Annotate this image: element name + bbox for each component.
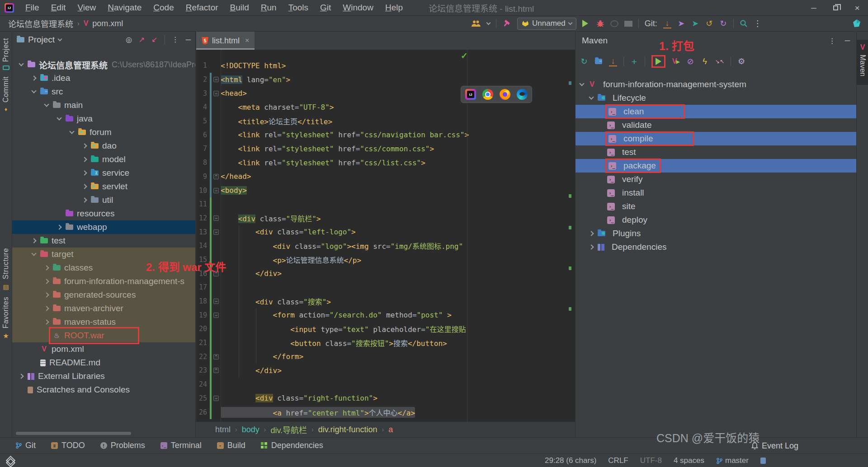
git-rollback-icon[interactable]: ↻ [719,19,727,28]
build-hammer-icon[interactable] [502,19,511,28]
chevron-expanded-icon[interactable] [44,102,49,107]
maven-row-deploy[interactable]: ›_deploy [576,213,856,227]
ide-updates-icon[interactable] [852,19,862,28]
code-line-20[interactable]: 20 <input type="text" placeholder="在这里搜贴 [196,322,575,336]
chevron-collapsed-icon[interactable] [19,374,24,378]
file-encoding[interactable]: UTF-8 [640,456,662,465]
maven-row-package[interactable]: ›_package [576,159,856,173]
inspection-ok-icon[interactable]: ✓ [461,51,468,61]
menu-item-edit[interactable]: Edit [45,0,72,15]
tree-row-resources[interactable]: resources [12,207,195,220]
fold-column[interactable]: ^ [212,368,221,373]
stop-button[interactable] [624,21,632,27]
tool-window-button-problems[interactable]: !Problems [100,441,145,450]
reimport-all-icon[interactable]: ↻ [580,56,588,66]
project-panel-title[interactable]: Project [28,35,55,45]
close-button[interactable]: × [846,0,868,16]
skip-tests-icon[interactable]: ⊘ [686,56,694,66]
tab-close-icon[interactable]: × [245,37,249,45]
code-line-1[interactable]: 1<!DOCTYPE html> [196,59,575,73]
breadcrumb-html[interactable]: html [215,425,231,434]
hide-panel-icon[interactable]: ─ [186,36,191,44]
chevron-collapsed-icon[interactable] [82,143,87,148]
code-line-12[interactable]: 12− <div class="导航栏"> [196,211,575,225]
fold-column[interactable]: − [212,313,221,318]
tool-stripe-maven[interactable]: V Maven [857,40,868,85]
code-line-10[interactable]: 10−<body> [196,183,575,197]
chevron-expanded-icon[interactable] [19,61,24,66]
tree-row-论坛信息管理系统[interactable]: 论坛信息管理系统C:\Users\86187\IdeaProje [12,58,195,71]
tool-window-button-terminal[interactable]: ›_Terminal [160,441,202,450]
menu-item-help[interactable]: Help [379,0,409,15]
code-line-17[interactable]: 17 [196,280,575,294]
tree-row-forum[interactable]: forum [12,126,195,139]
breadcrumb-div.right-function[interactable]: div.right-function [318,425,377,434]
code-line-25[interactable]: 25− <div class="right-function"> [196,392,575,406]
chevron-expanded-icon[interactable] [69,129,74,134]
offline-mode-icon[interactable]: ϟ [701,56,709,66]
fold-column[interactable]: − [212,188,221,193]
run-button[interactable] [582,20,590,27]
readonly-icon[interactable] [760,458,766,464]
menu-item-build[interactable]: Build [224,0,255,15]
chevron-expanded-icon[interactable] [589,94,594,99]
breadcrumb-file[interactable]: pom.xml [92,19,123,28]
code-line-22[interactable]: 22^ </form> [196,350,575,364]
chevron-down-icon[interactable] [486,21,491,25]
tree-row-Scratches-and-Consoles[interactable]: Scratches and Consoles [12,383,195,397]
tree-row-maven-status[interactable]: maven-status [12,315,195,329]
git-update-icon[interactable]: ↓ [663,19,671,28]
code-line-19[interactable]: 19− <form action="/search.do" method="po… [196,308,575,322]
chevron-collapsed-icon[interactable] [44,292,49,297]
collapse-all-icon[interactable]: ↘↖ [715,56,724,66]
code-line-23[interactable]: 23^ </div> [196,364,575,378]
chrome-icon[interactable] [482,89,493,100]
code-line-15[interactable]: 15 <p>论坛管理信息系统</p> [196,253,575,267]
git-history-icon[interactable]: ↺ [705,19,713,28]
chevron-expanded-icon[interactable] [579,81,584,86]
maven-row-Lifecycle[interactable]: Lifecycle [576,91,856,105]
maven-settings-icon[interactable]: ⚙ [737,56,745,66]
maven-row-Plugins[interactable]: Plugins [576,227,856,240]
tree-row-src[interactable]: src [12,85,195,98]
code-line-21[interactable]: 21 <button class="搜索按钮">搜索</button> [196,336,575,350]
code-line-16[interactable]: 16^ </div> [196,266,575,280]
chevron-collapsed-icon[interactable] [82,184,87,189]
horizontal-scrollbar[interactable] [16,432,131,435]
users-icon[interactable] [471,19,481,28]
run-configuration-select[interactable]: Unnamed [517,18,576,30]
chevron-collapsed-icon[interactable] [589,231,594,236]
tool-stripe-favorites[interactable]: Favorites ★ [0,297,12,340]
tree-row-generated-sources[interactable]: generated-sources [12,288,195,302]
code-line-5[interactable]: 5 <title>论坛主页</title> [196,114,575,128]
code-line-8[interactable]: 8 <link rel="stylesheet" href="css/list.… [196,156,575,170]
code-line-14[interactable]: 14 <div class="logo"><img src="img/系统图标.… [196,239,575,253]
maven-row-test[interactable]: ›_test [576,145,856,159]
tree-row-model[interactable]: model [12,153,195,166]
tree-row-External-Libraries[interactable]: External Libraries [12,369,195,383]
tree-row-maven-archiver[interactable]: maven-archiver [12,302,195,315]
stack-icon[interactable] [7,457,14,464]
fold-column[interactable]: − [212,91,221,96]
maven-row-verify[interactable]: ›_verify [576,173,856,186]
fold-column[interactable]: − [212,396,221,401]
tree-row-test[interactable]: test [12,234,195,248]
code-line-6[interactable]: 6 <link rel="stylesheet" href="css/navig… [196,128,575,142]
tree-row-java[interactable]: java [12,112,195,126]
tool-window-button-todo[interactable]: ≣TODO [51,441,85,450]
maven-row-Dependencies[interactable]: Dependencies [576,240,856,254]
chevron-collapsed-icon[interactable] [589,244,594,249]
menu-item-tools[interactable]: Tools [283,0,314,15]
chevron-collapsed-icon[interactable] [82,170,87,175]
idea-browser-icon[interactable] [465,89,476,100]
code-line-11[interactable]: 11 [196,197,575,211]
breadcrumb-div.导航栏[interactable]: div.导航栏 [270,424,307,435]
chevron-collapsed-icon[interactable] [31,238,36,243]
menu-item-code[interactable]: Code [147,0,179,15]
fold-column[interactable]: − [212,77,221,82]
tool-window-button-dependencies[interactable]: Dependencies [261,441,323,450]
menu-item-navigate[interactable]: Navigate [102,0,147,15]
fold-column[interactable]: ^ [212,174,221,179]
tree-row-pom.xml[interactable]: Vpom.xml [12,342,195,356]
breadcrumb-body[interactable]: body [242,425,259,434]
